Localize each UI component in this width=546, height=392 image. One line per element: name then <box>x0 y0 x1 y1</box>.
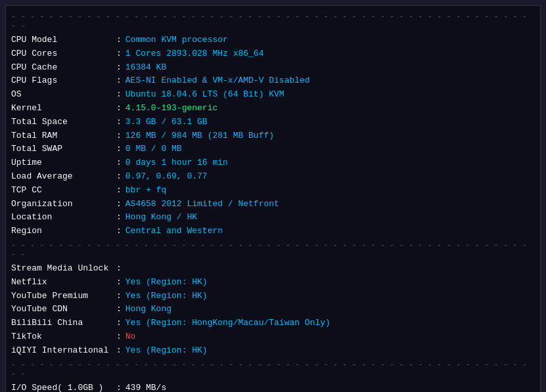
row-label: I/O Speed( 1.0GB ) <box>11 381 116 392</box>
table-row: Total RAM:126 MB / 984 MB (281 MB Buff) <box>11 129 535 143</box>
row-label: CPU Cores <box>11 47 116 61</box>
row-label: Region <box>11 225 116 238</box>
row-colon: : <box>116 170 122 184</box>
row-value: Yes (Region: HK) <box>125 344 208 358</box>
table-row: I/O Speed( 1.0GB ):439 MB/s <box>11 381 535 392</box>
row-colon: : <box>116 47 122 61</box>
row-colon: : <box>116 381 122 392</box>
row-label: TCP CC <box>11 184 116 198</box>
row-label: Total SWAP <box>11 142 116 156</box>
row-value: 439 MB/s <box>125 381 166 392</box>
row-value: Hong Kong <box>125 303 171 316</box>
row-label: Organization <box>11 198 116 211</box>
row-label: BiliBili China <box>11 316 116 330</box>
row-label: Netflix <box>11 276 116 290</box>
row-colon: : <box>116 116 122 129</box>
row-value: AES-NI Enabled & VM-x/AMD-V Disabled <box>125 74 310 88</box>
row-label: CPU Model <box>11 33 116 47</box>
row-colon: : <box>116 316 122 330</box>
table-row: CPU Cache:16384 KB <box>11 61 535 75</box>
media-unlock-section: Stream Media Unlock : Netflix:Yes (Regio… <box>11 262 535 358</box>
table-row: OS:Ubuntu 18.04.6 LTS (64 Bit) KVM <box>11 88 535 102</box>
row-value: AS4658 2012 Limited / Netfront <box>125 198 279 211</box>
row-colon: : <box>116 129 122 143</box>
table-row: Organization:AS4658 2012 Limited / Netfr… <box>11 198 535 211</box>
row-value: Yes (Region: HK) <box>125 290 208 303</box>
divider-top: - - - - - - - - - - - - - - - - - - - - … <box>11 12 535 31</box>
table-row: TikTok:No <box>11 330 535 344</box>
io-speed-section: I/O Speed( 1.0GB ):439 MB/sI/O Speed( 1.… <box>11 381 535 392</box>
row-colon: : <box>116 303 122 316</box>
row-label: Total RAM <box>11 129 116 143</box>
row-value: Hong Kong / HK <box>125 211 197 225</box>
row-value: bbr + fq <box>125 184 166 198</box>
row-label: YouTube Premium <box>11 290 116 303</box>
row-label: Load Average <box>11 170 116 184</box>
row-label: YouTube CDN <box>11 303 116 316</box>
row-colon: : <box>116 225 122 238</box>
row-colon: : <box>116 276 122 290</box>
table-row: BiliBili China:Yes (Region: HongKong/Mac… <box>11 316 535 330</box>
table-row: CPU Cores:1 Cores 2893.028 MHz x86_64 <box>11 47 535 61</box>
row-label: Kernel <box>11 102 116 116</box>
terminal-output: - - - - - - - - - - - - - - - - - - - - … <box>5 5 541 392</box>
table-row: Kernel:4.15.0-193-generic <box>11 102 535 116</box>
row-value: 0 MB / 0 MB <box>125 142 182 156</box>
row-label: iQIYI International <box>11 344 116 358</box>
table-row: Region:Central and Western <box>11 225 535 238</box>
table-row: Uptime:0 days 1 hour 16 min <box>11 156 535 170</box>
row-colon: : <box>116 198 122 211</box>
row-colon: : <box>116 102 122 116</box>
media-header-colon: : <box>116 262 122 276</box>
row-value: 0 days 1 hour 16 min <box>125 156 228 170</box>
table-row: TCP CC:bbr + fq <box>11 184 535 198</box>
row-value: 0.97, 0.69, 0.77 <box>125 170 208 184</box>
table-row: iQIYI International:Yes (Region: HK) <box>11 344 535 358</box>
row-value: 1 Cores 2893.028 MHz x86_64 <box>125 47 264 61</box>
table-row: Total Space:3.3 GB / 63.1 GB <box>11 116 535 129</box>
row-label: TikTok <box>11 330 116 344</box>
row-label: Uptime <box>11 156 116 170</box>
divider-mid1: - - - - - - - - - - - - - - - - - - - - … <box>11 241 535 259</box>
row-colon: : <box>116 74 122 88</box>
media-header-label: Stream Media Unlock <box>11 262 116 276</box>
row-value: No <box>125 330 136 344</box>
row-colon: : <box>116 211 122 225</box>
row-label: Total Space <box>11 116 116 129</box>
row-label: OS <box>11 88 116 102</box>
row-colon: : <box>116 290 122 303</box>
table-row: CPU Model:Common KVM processor <box>11 33 535 47</box>
table-row: CPU Flags:AES-NI Enabled & VM-x/AMD-V Di… <box>11 74 535 88</box>
row-value: 126 MB / 984 MB (281 MB Buff) <box>125 129 274 143</box>
row-colon: : <box>116 88 122 102</box>
row-colon: : <box>116 184 122 198</box>
row-colon: : <box>116 344 122 358</box>
row-value: Ubuntu 18.04.6 LTS (64 Bit) KVM <box>125 88 284 102</box>
row-label: CPU Cache <box>11 61 116 75</box>
row-colon: : <box>116 33 122 47</box>
row-value: 3.3 GB / 63.1 GB <box>125 116 208 129</box>
table-row: Location:Hong Kong / HK <box>11 211 535 225</box>
row-label: CPU Flags <box>11 74 116 88</box>
row-colon: : <box>116 142 122 156</box>
row-value: 16384 KB <box>125 61 166 75</box>
media-header-row: Stream Media Unlock : <box>11 262 535 276</box>
row-colon: : <box>116 330 122 344</box>
row-value: Common KVM processor <box>125 33 228 47</box>
table-row: YouTube Premium:Yes (Region: HK) <box>11 290 535 303</box>
row-value: Yes (Region: HongKong/Macau/Taiwan Only) <box>125 316 330 330</box>
row-colon: : <box>116 61 122 75</box>
table-row: YouTube CDN:Hong Kong <box>11 303 535 316</box>
table-row: Total SWAP:0 MB / 0 MB <box>11 142 535 156</box>
row-colon: : <box>116 156 122 170</box>
row-value: Central and Western <box>125 225 223 238</box>
table-row: Netflix:Yes (Region: HK) <box>11 276 535 290</box>
divider-mid2: - - - - - - - - - - - - - - - - - - - - … <box>11 360 535 379</box>
system-info-section: CPU Model:Common KVM processorCPU Cores:… <box>11 33 535 238</box>
row-value: Yes (Region: HK) <box>125 276 208 290</box>
row-label: Location <box>11 211 116 225</box>
row-value: 4.15.0-193-generic <box>125 102 217 116</box>
table-row: Load Average:0.97, 0.69, 0.77 <box>11 170 535 184</box>
